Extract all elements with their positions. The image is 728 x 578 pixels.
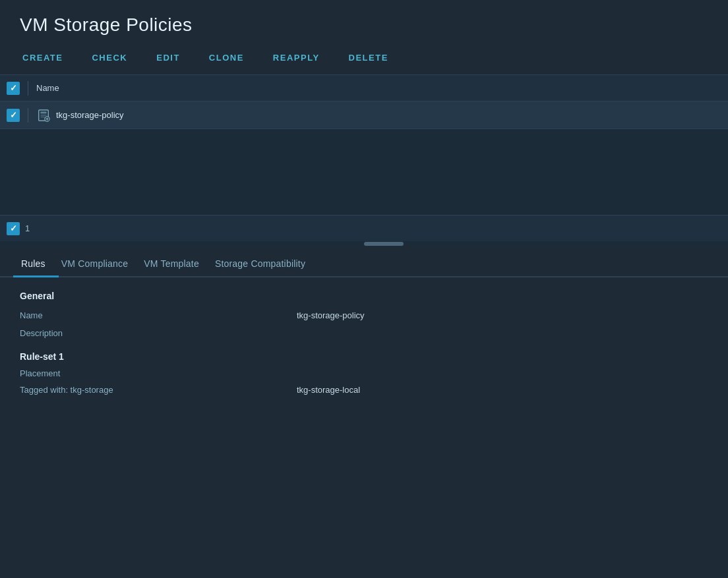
detail-name-row: Name tkg-storage-policy <box>20 310 708 320</box>
footer-checkbox[interactable] <box>7 222 20 235</box>
scroll-track[interactable] <box>0 241 728 246</box>
tabs-bar: Rules VM Compliance VM Template Storage … <box>0 250 728 277</box>
tagged-value: tkg-storage-local <box>297 385 360 395</box>
detail-description-row: Description <box>20 328 708 338</box>
column-name-header: Name <box>36 83 59 93</box>
tab-vm-compliance[interactable]: VM Compliance <box>59 250 141 277</box>
name-value: tkg-storage-policy <box>297 310 365 320</box>
page-container: VM Storage Policies CREATE CHECK EDIT CL… <box>0 0 728 578</box>
policies-table: Name tkg-storage-policy <box>0 74 728 246</box>
footer-count: 1 <box>25 223 30 233</box>
ruleset-section-title: Rule-set 1 <box>20 351 708 362</box>
reapply-button[interactable]: REAPPLY <box>258 47 334 68</box>
page-title: VM Storage Policies <box>20 14 708 36</box>
placement-label: Placement <box>20 368 708 378</box>
svg-rect-1 <box>40 111 46 113</box>
policy-name: tkg-storage-policy <box>56 110 124 120</box>
tab-rules[interactable]: Rules <box>13 250 59 277</box>
scroll-thumb[interactable] <box>364 242 404 246</box>
header-divider <box>28 81 28 96</box>
create-button[interactable]: CREATE <box>20 47 77 68</box>
tagged-label: Tagged with: tkg-storage <box>20 385 297 395</box>
policy-icon <box>36 108 51 123</box>
svg-rect-2 <box>40 115 46 115</box>
row-checkbox[interactable] <box>7 109 20 122</box>
row-divider <box>28 108 28 123</box>
name-label: Name <box>20 310 297 320</box>
general-section-title: General <box>20 291 708 301</box>
page-header: VM Storage Policies CREATE CHECK EDIT CL… <box>0 0 728 68</box>
delete-button[interactable]: DELETE <box>334 47 403 68</box>
tab-storage-compatibility[interactable]: Storage Compatibility <box>212 250 318 277</box>
table-header-row: Name <box>0 75 728 101</box>
table-empty-area <box>0 129 728 215</box>
description-label: Description <box>20 328 297 338</box>
select-all-checkbox[interactable] <box>7 82 20 95</box>
check-button[interactable]: CHECK <box>77 47 142 68</box>
clone-button[interactable]: CLONE <box>195 47 258 68</box>
table-row[interactable]: tkg-storage-policy <box>0 101 728 129</box>
svg-rect-3 <box>40 116 44 117</box>
toolbar: CREATE CHECK EDIT CLONE REAPPLY DELETE <box>20 47 708 68</box>
table-footer-row: 1 <box>0 215 728 241</box>
detail-tagged-row: Tagged with: tkg-storage tkg-storage-loc… <box>20 385 708 395</box>
edit-button[interactable]: EDIT <box>142 47 195 68</box>
tab-vm-template[interactable]: VM Template <box>141 250 212 277</box>
detail-panel: General Name tkg-storage-policy Descript… <box>0 277 728 578</box>
